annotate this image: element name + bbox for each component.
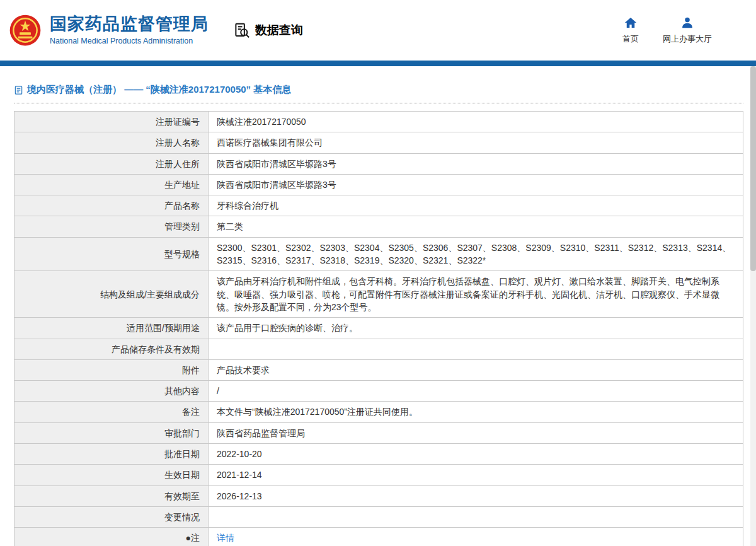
table-row: 注册人住所陕西省咸阳市渭城区毕塬路3号 [14,153,743,174]
row-value [209,339,743,359]
scrollbar-track[interactable] [750,66,756,546]
row-label: 备注 [14,402,209,422]
site-header: 国家药品监督管理局 National Medical Products Admi… [0,0,756,61]
row-label: 注册证编号 [14,112,209,132]
row-value [209,506,743,527]
row-value: 陕西省咸阳市渭城区毕塬路3号 [209,153,743,174]
header-divider-bar [0,61,756,66]
org-name-en: National Medical Products Administration [50,37,209,45]
table-row: ●注详情 [14,528,743,546]
table-row: 注册证编号陕械注准20172170050 [14,112,743,132]
table-row: 其他内容/ [14,381,743,402]
table-row: 注册人名称西诺医疗器械集团有限公司 [14,132,743,153]
row-label: 注册人住所 [14,153,209,174]
row-label: 其他内容 [14,381,209,402]
row-label: 注册人名称 [14,132,209,153]
table-row: 审批部门陕西省药品监督管理局 [14,422,743,443]
table-row: 变更情况 [14,506,743,527]
nav-home-label: 首页 [622,33,639,45]
header-nav: 首页 网上办事大厅 [622,16,712,45]
row-value: 2021-12-14 [209,465,743,485]
row-value: 陕械注准20172170050 [209,112,743,132]
home-icon [624,16,637,29]
nav-online-hall-label: 网上办事大厅 [663,33,712,45]
table-row: 适用范围/预期用途该产品用于口腔疾病的诊断、治疗。 [14,318,743,339]
row-label: 生效日期 [14,465,209,485]
table-row: 结构及组成/主要组成成分该产品由牙科治疗机和附件组成，包含牙科椅。牙科治疗机包括… [14,271,743,318]
row-label: 产品储存条件及有效期 [14,339,209,359]
table-row: 生产地址陕西省咸阳市渭城区毕塬路3号 [14,174,743,195]
row-label: 结构及组成/主要组成成分 [14,271,209,318]
row-label: 产品名称 [14,195,209,216]
row-value: 该产品由牙科治疗机和附件组成，包含牙科椅。牙科治疗机包括器械盘、口腔灯、观片灯、… [209,271,743,318]
nav-home[interactable]: 首页 [622,16,639,45]
row-value: / [209,381,743,402]
row-label: 附件 [14,359,209,380]
row-label: 变更情况 [14,506,209,527]
document-icon [14,85,23,95]
logo-block: 国家药品监督管理局 National Medical Products Admi… [9,12,209,49]
nav-online-hall[interactable]: 网上办事大厅 [663,16,712,45]
scrollbar-thumb[interactable] [750,66,756,271]
row-value: S2300、S2301、S2302、S2303、S2304、S2305、S230… [209,237,743,271]
row-value: 牙科综合治疗机 [209,195,743,216]
row-label: 管理类别 [14,216,209,237]
table-row: 产品名称牙科综合治疗机 [14,195,743,216]
row-label: 有效期至 [14,485,209,506]
row-label: 生产地址 [14,174,209,195]
table-row: 生效日期2021-12-14 [14,465,743,485]
table-row: 附件产品技术要求 [14,359,743,380]
row-label: 批准日期 [14,444,209,465]
row-value: 陕西省药品监督管理局 [209,422,743,443]
row-value: 2022-10-20 [209,444,743,465]
row-value: 西诺医疗器械集团有限公司 [209,132,743,153]
row-value: 产品技术要求 [209,359,743,380]
info-table-body: 注册证编号陕械注准20172170050注册人名称西诺医疗器械集团有限公司注册人… [14,112,743,546]
table-row: 管理类别第二类 [14,216,743,237]
table-row: 型号规格S2300、S2301、S2302、S2303、S2304、S2305、… [14,237,743,271]
main-content: 境内医疗器械（注册） —— “陕械注准20172170050” 基本信息 注册证… [0,66,756,546]
row-label: 审批部门 [14,422,209,443]
table-row: 产品储存条件及有效期 [14,339,743,359]
org-names: 国家药品监督管理局 National Medical Products Admi… [50,15,209,45]
row-label: 型号规格 [14,237,209,271]
row-label: 适用范围/预期用途 [14,318,209,339]
data-query-label: 数据查询 [255,22,303,38]
row-value: 陕西省咸阳市渭城区毕塬路3号 [209,174,743,195]
page-title-text: 境内医疗器械（注册） —— “陕械注准20172170050” 基本信息 [27,84,291,96]
dotted-separator [14,103,743,103]
page-title: 境内医疗器械（注册） —— “陕械注准20172170050” 基本信息 [14,84,743,96]
user-icon [681,16,694,29]
row-value: 该产品用于口腔疾病的诊断、治疗。 [209,318,743,339]
row-value: 2026-12-13 [209,485,743,506]
row-label: ●注 [14,528,209,546]
row-value: 详情 [209,528,743,546]
detail-link[interactable]: 详情 [217,533,234,543]
org-name-cn: 国家药品监督管理局 [50,15,209,34]
row-value: 第二类 [209,216,743,237]
data-query-section: 数据查询 [234,22,303,39]
document-search-icon [234,22,251,39]
registration-info-table: 注册证编号陕械注准20172170050注册人名称西诺医疗器械集团有限公司注册人… [14,111,743,546]
row-value: 本文件与“陕械注准20172170050”注册证共同使用。 [209,402,743,422]
national-emblem-logo [9,12,42,49]
table-row: 有效期至2026-12-13 [14,485,743,506]
table-row: 批准日期2022-10-20 [14,444,743,465]
table-row: 备注本文件与“陕械注准20172170050”注册证共同使用。 [14,402,743,422]
